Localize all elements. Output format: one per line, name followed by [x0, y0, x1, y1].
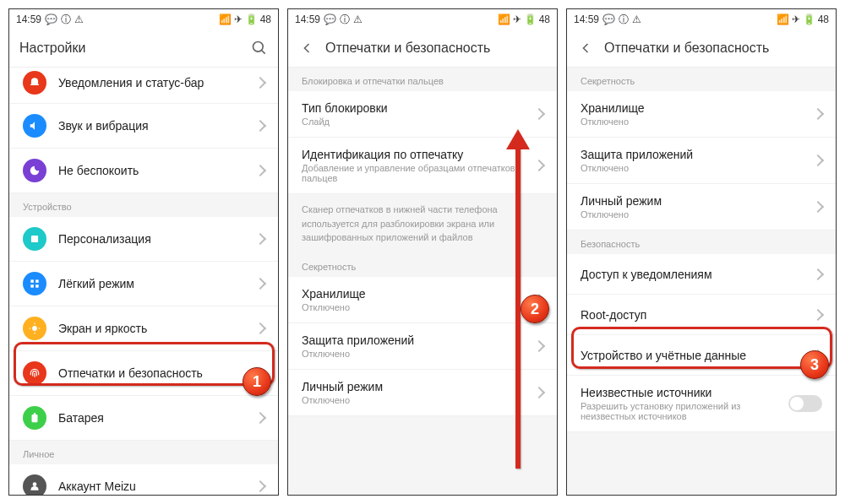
item-title: Устройство и учётные данные — [581, 349, 814, 362]
chat-icon: 💬 — [324, 14, 336, 25]
airplane-icon: ✈ — [792, 14, 800, 25]
chevron-right-icon — [254, 278, 266, 290]
list-item[interactable]: Аккаунт Meizu — [9, 464, 278, 496]
item-sub: Разрешить установку приложений из неизве… — [581, 401, 788, 421]
fingerprint-security-item[interactable]: Отпечатки и безопасность — [9, 351, 278, 396]
item-title: Идентификация по отпечатку — [302, 148, 535, 161]
chevron-right-icon — [254, 77, 266, 89]
list-item[interactable]: Персонализация — [9, 217, 278, 262]
header-title: Отпечатки и безопасность — [604, 41, 826, 56]
step-badge-1: 1 — [243, 367, 271, 396]
list-item[interactable]: Не беспокоить — [9, 149, 278, 193]
app-protection-item[interactable]: Защита приложенийОтключено — [567, 138, 836, 184]
airplane-icon: ✈ — [234, 14, 243, 25]
unknown-sources-item[interactable]: Неизвестные источникиРазрешить установку… — [567, 376, 836, 432]
battery-pct: 48 — [539, 14, 550, 25]
chevron-right-icon — [533, 339, 545, 351]
private-mode-item[interactable]: Личный режимОтключено — [567, 184, 836, 230]
item-sub: Отключено — [581, 163, 814, 173]
settings-header: Настройки — [9, 30, 278, 68]
status-bar: 14:59 💬 ⓘ ⚠ 📶 ✈ 🔋 48 — [9, 9, 278, 30]
sound-icon — [23, 114, 46, 138]
item-sub: Отключено — [302, 302, 535, 312]
battery-icon: 🔋 — [245, 14, 258, 25]
list-item[interactable]: Батарея — [9, 396, 278, 441]
section-personal: Личное — [9, 441, 278, 464]
chevron-right-icon — [254, 322, 266, 334]
chevron-right-icon — [254, 165, 266, 176]
status-time: 14:59 — [295, 14, 320, 25]
item-title: Хранилище — [302, 287, 535, 301]
chat-icon: 💬 — [602, 14, 615, 25]
item-title: Хранилище — [581, 101, 814, 115]
back-icon[interactable] — [298, 40, 315, 57]
fingerprint-icon — [23, 361, 46, 385]
section-privacy: Секретность — [567, 68, 836, 91]
item-title: Личный режим — [581, 194, 814, 208]
item-title: Root-доступ — [581, 308, 814, 322]
list-item[interactable]: Лёгкий режим — [9, 262, 278, 306]
storage-item[interactable]: ХранилищеОтключено — [567, 91, 836, 138]
item-title: Защита приложений — [302, 333, 535, 347]
battery-pct: 48 — [818, 14, 829, 25]
search-icon[interactable] — [251, 40, 268, 57]
item-sub: Отключено — [581, 209, 814, 219]
easy-mode-icon — [23, 272, 46, 295]
status-time: 14:59 — [16, 14, 41, 25]
item-label: Лёгкий режим — [58, 277, 256, 290]
item-sub: Отключено — [302, 349, 535, 359]
chevron-right-icon — [812, 268, 824, 279]
back-icon[interactable] — [577, 40, 594, 57]
chevron-right-icon — [254, 120, 266, 132]
warning-icon: ⚠ — [353, 14, 363, 25]
chevron-right-icon — [812, 108, 824, 120]
battery-icon — [23, 406, 46, 430]
item-label: Уведомления и статус-бар — [58, 76, 256, 89]
notifications-icon — [23, 71, 46, 95]
svg-point-0 — [254, 42, 264, 52]
chat-icon: 💬 — [45, 14, 57, 25]
list-item[interactable]: Звук и вибрация — [9, 104, 278, 149]
header-title: Отпечатки и безопасность — [325, 41, 547, 56]
svg-point-10 — [33, 482, 37, 486]
personalization-icon — [23, 227, 46, 251]
notification-access-item[interactable]: Доступ к уведомлениям — [567, 254, 836, 295]
display-icon — [23, 317, 46, 340]
device-credentials-item[interactable]: Устройство и учётные данные — [567, 335, 836, 376]
battery-icon: 🔋 — [803, 14, 815, 25]
chevron-right-icon — [812, 308, 824, 320]
unknown-sources-toggle[interactable] — [788, 395, 822, 412]
chevron-right-icon — [812, 201, 824, 213]
item-sub: Слайд — [302, 117, 535, 127]
list-item[interactable]: Уведомления и статус-бар — [9, 68, 278, 104]
dnd-icon — [23, 159, 46, 182]
svg-line-1 — [262, 51, 265, 54]
item-sub: Отключено — [302, 395, 535, 405]
chevron-right-icon — [254, 412, 266, 424]
status-time: 14:59 — [574, 14, 599, 25]
step-badge-3: 3 — [800, 350, 829, 379]
wifi-icon: 📶 — [498, 14, 510, 25]
step-badge-2: 2 — [521, 295, 549, 323]
item-sub: Добавление и управление образцами отпеча… — [302, 163, 535, 183]
item-title: Тип блокировки — [302, 101, 535, 115]
account-icon — [23, 474, 46, 496]
svg-rect-8 — [32, 415, 38, 422]
arrow-up-head — [506, 129, 530, 149]
battery-pct: 48 — [260, 14, 271, 25]
chevron-right-icon — [533, 108, 545, 120]
item-sub: Отключено — [581, 117, 814, 127]
list-item[interactable]: Экран и яркость — [9, 306, 278, 351]
root-access-item[interactable]: Root-доступ — [567, 295, 836, 335]
item-title: Доступ к уведомлениям — [581, 268, 814, 281]
warning-icon: ⚠ — [74, 14, 84, 25]
item-title: Защита приложений — [581, 148, 814, 161]
info-icon: ⓘ — [340, 13, 350, 27]
item-label: Звук и вибрация — [58, 119, 256, 133]
item-label: Батарея — [58, 411, 256, 425]
info-icon: ⓘ — [61, 13, 71, 27]
chevron-right-icon — [533, 386, 545, 398]
svg-rect-5 — [30, 285, 34, 288]
svg-rect-4 — [35, 279, 39, 283]
chevron-right-icon — [812, 154, 824, 166]
